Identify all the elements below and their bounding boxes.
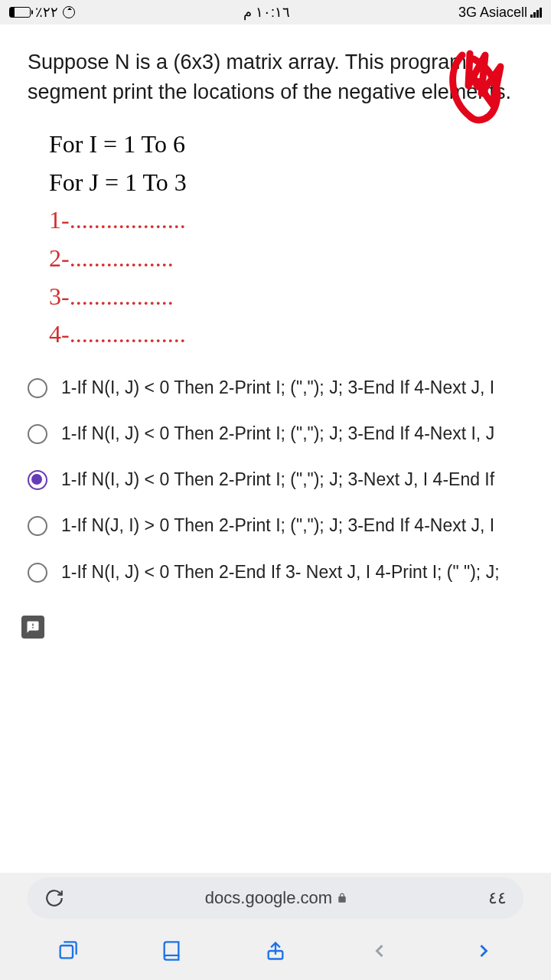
feedback-icon <box>26 620 40 634</box>
browser-toolbar <box>0 922 551 980</box>
radio-icon[interactable] <box>28 516 47 536</box>
code-blank-2: 2-................. <box>49 240 551 278</box>
url-text[interactable]: docs.google.com <box>75 888 478 908</box>
forward-button[interactable] <box>472 939 495 962</box>
option-3[interactable]: 1-If N(I, J) < 0 Then 2-Print I; (","); … <box>21 456 530 502</box>
network-type: 3G <box>458 5 477 21</box>
code-blank-3: 3-................. <box>49 278 551 316</box>
page-content[interactable]: Suppose N is a (6x3) matrix array. This … <box>0 24 551 873</box>
address-bar[interactable]: docs.google.com ٤٤ <box>28 877 523 919</box>
code-blank-1: 1-................... <box>49 201 551 240</box>
question-block: Suppose N is a (6x3) matrix array. This … <box>0 24 551 115</box>
code-block: For I = 1 To 6 For J = 1 To 3 1-........… <box>0 115 551 361</box>
battery-icon <box>9 7 31 18</box>
option-label: 1-If N(J, I) > 0 Then 2-Print I; (","); … <box>61 513 494 537</box>
option-label: 1-If N(I, J) < 0 Then 2-Print I; (","); … <box>61 467 494 492</box>
share-button[interactable] <box>264 939 287 962</box>
feedback-button[interactable] <box>21 616 44 639</box>
lock-icon <box>337 893 347 903</box>
code-line-2: For J = 1 To 3 <box>49 164 551 202</box>
tabs-count[interactable]: ٤٤ <box>488 888 507 908</box>
status-right: 3G Asiacell <box>458 5 542 21</box>
option-label: 1-If N(I, J) < 0 Then 2-End If 3- Next J… <box>61 560 500 584</box>
status-time: ١٠:١٦ م <box>75 4 458 21</box>
option-label: 1-If N(I, J) < 0 Then 2-Print I; (","); … <box>61 375 494 400</box>
url-domain: docs.google.com <box>205 888 332 908</box>
radio-icon[interactable] <box>28 563 47 583</box>
radio-icon[interactable] <box>28 378 47 398</box>
rotation-lock-icon <box>63 6 75 18</box>
reload-icon[interactable] <box>44 888 64 908</box>
status-bar: ٪٢٢ ١٠:١٦ م 3G Asiacell <box>0 0 551 24</box>
status-left: ٪٢٢ <box>9 4 75 21</box>
bookmarks-button[interactable] <box>160 939 183 962</box>
signal-icon <box>530 7 542 18</box>
options-group: 1-If N(I, J) < 0 Then 2-Print I; (","); … <box>0 361 551 595</box>
tabs-button[interactable] <box>56 939 79 962</box>
option-1[interactable]: 1-If N(I, J) < 0 Then 2-Print I; (","); … <box>21 364 530 410</box>
option-2[interactable]: 1-If N(I, J) < 0 Then 2-Print I; (","); … <box>21 410 530 456</box>
svg-rect-1 <box>60 946 73 958</box>
battery-percent: ٪٢٢ <box>35 4 58 21</box>
carrier-name: Asiacell <box>480 5 527 21</box>
option-4[interactable]: 1-If N(J, I) > 0 Then 2-Print I; (","); … <box>21 502 530 548</box>
annotation-scribble <box>432 47 523 132</box>
code-blank-4: 4-................... <box>49 315 551 354</box>
option-label: 1-If N(I, J) < 0 Then 2-Print I; (","); … <box>61 421 494 446</box>
option-5[interactable]: 1-If N(I, J) < 0 Then 2-End If 3- Next J… <box>21 549 530 595</box>
back-button[interactable] <box>368 939 391 962</box>
radio-icon-selected[interactable] <box>28 470 47 490</box>
radio-icon[interactable] <box>28 424 47 444</box>
